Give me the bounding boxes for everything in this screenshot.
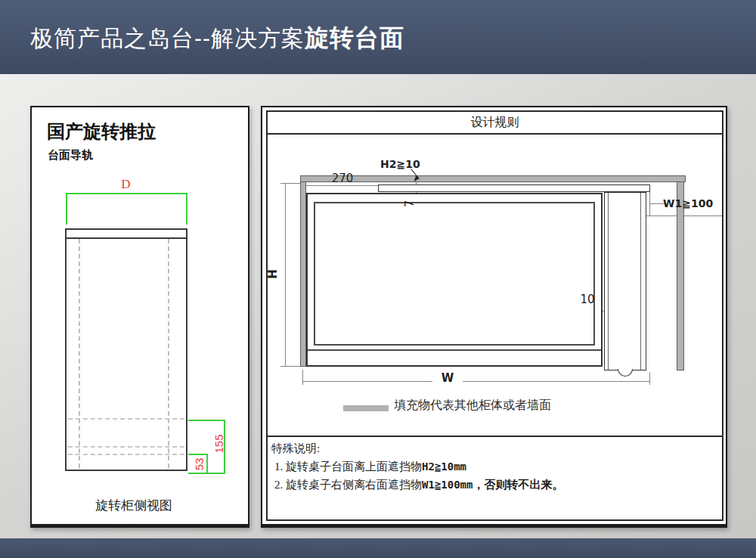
dim-label-d: D [66, 177, 186, 192]
cabinet-inner-panel [314, 202, 595, 346]
dash-line-h2 [68, 446, 184, 448]
rules-header: 设计规则 [268, 112, 722, 135]
legend-text: 填充物代表其他柜体或者墙面 [394, 398, 551, 414]
slide-title-bold: 旋转台面 [305, 24, 404, 51]
dim-label-155: 155 [212, 427, 225, 460]
obstruction-right [677, 181, 684, 370]
legend-swatch [343, 405, 389, 411]
note2-suffix: ，否则转不出来。 [472, 478, 563, 491]
rotating-leg-panel [604, 192, 646, 370]
bottom-bar [0, 538, 756, 558]
right-panel: 设计规则 H 270 H2≧10 7 [261, 106, 727, 528]
dash-line-h1 [68, 418, 184, 420]
dim-bracket-d [66, 193, 187, 225]
left-panel-title: 国产旋转推拉 [47, 119, 156, 144]
rotating-tabletop [378, 184, 650, 192]
leg-panel-line-left [608, 193, 609, 370]
dim-label-h2: H2≧10 [380, 159, 420, 169]
dim-w-line [302, 381, 650, 382]
dim-label-7: 7 [404, 194, 416, 215]
dim-label-270: 270 [321, 173, 364, 184]
slide-title: 极简产品之岛台--解决方案旋转台面 [30, 22, 404, 55]
dash-line-h3 [68, 454, 184, 455]
left-panel-subtitle: 台面导轨 [48, 148, 93, 163]
note2-value: W1≧100mm [422, 479, 472, 491]
side-view-caption: 旋转柜侧视图 [66, 497, 202, 514]
note1-value: H2≧10mm [422, 460, 466, 473]
countertop-strip [67, 230, 186, 239]
dim-label-53: 53 [193, 448, 205, 481]
dim-label-w1: W1≧100 [663, 198, 713, 209]
obstruction-left [300, 181, 306, 367]
note-line-2: 2. 旋转桌子右侧离右面遮挡物W1≧100mm，否则转不出来。 [274, 478, 563, 492]
dash-line-left [79, 239, 80, 468]
dim-w-tick-left [302, 370, 303, 385]
header-bar: 极简产品之岛台--解决方案旋转台面 [0, 0, 756, 74]
slide-title-regular: 极简产品之岛台--解决方案 [30, 26, 305, 51]
toe-kick-line [308, 349, 601, 351]
dim-270-line [306, 185, 378, 186]
slide: 极简产品之岛台--解决方案旋转台面 国产旋转推拉 台面导轨 D 155 53 旋… [0, 0, 756, 558]
cabinet-body [306, 193, 603, 367]
dim-label-10: 10 [575, 294, 600, 305]
leg-panel-line-right [640, 193, 641, 370]
note1-text: 1. 旋转桌子台面离上面遮挡物 [274, 460, 422, 473]
dim-h-line [285, 183, 286, 367]
cabinet-side-view [65, 228, 187, 471]
notes-divider [266, 436, 723, 437]
notes-title: 特殊说明: [271, 442, 320, 456]
dim-w-tick-right [649, 372, 650, 385]
left-panel: 国产旋转推拉 台面导轨 D 155 53 旋转柜侧视图 [30, 106, 249, 528]
w1-leader-line [649, 203, 665, 204]
dim-label-h: H [268, 269, 279, 279]
note2-text: 2. 旋转桌子右侧离右面遮挡物 [274, 479, 422, 491]
dim-label-w: W [432, 373, 463, 384]
dash-line-right [168, 239, 169, 468]
note-line-1: 1. 旋转桌子台面离上面遮挡物H2≧10mm [274, 460, 466, 474]
